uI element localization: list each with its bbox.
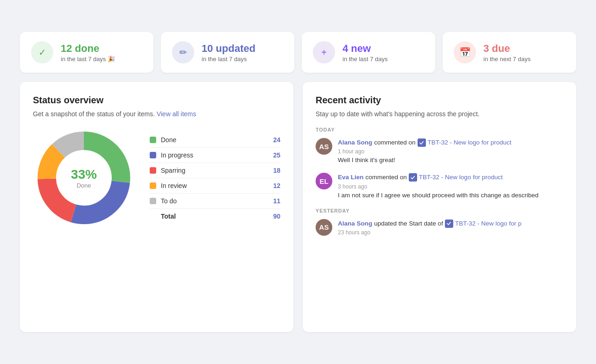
activity-time: 3 hours ago	[338, 183, 563, 190]
legend-total-row: Total 90	[150, 209, 280, 224]
stat-sub-updated: in the last 7 days	[202, 56, 255, 63]
legend-dot	[150, 167, 156, 174]
legend-total-text: Total	[161, 213, 176, 220]
activity-task-link[interactable]: TBT-32 - New logo for p	[455, 219, 521, 228]
activity-user[interactable]: Eva Lien	[338, 173, 364, 182]
panels-row: Status overview Get a snapshot of the st…	[20, 82, 576, 332]
avatar: AS	[316, 219, 332, 236]
stat-card-done: ✓ 12 done in the last 7 days 🎉	[20, 32, 153, 73]
stat-main-updated: 10 updated	[202, 43, 255, 55]
legend-label: Done	[161, 136, 176, 144]
activity-content: Alana Song commented on TBT-32 - New log…	[338, 138, 563, 163]
legend-left: In review	[150, 182, 187, 189]
legend-left: Sparring	[150, 167, 185, 174]
legend-dot	[150, 137, 156, 143]
legend-total-count: 90	[273, 213, 280, 220]
legend-dot	[150, 152, 156, 158]
legend-count: 18	[273, 167, 280, 174]
task-icon	[445, 220, 453, 228]
activity-item: AS Alana Song commented on TBT-32 - New …	[316, 138, 563, 163]
stat-sub-done: in the last 7 days 🎉	[61, 56, 115, 63]
legend-left: In progress	[150, 151, 193, 159]
legend-left: Done	[150, 136, 176, 144]
recent-activity-subtitle: Stay up to date with what's happening ac…	[316, 110, 563, 118]
legend-row: Sparring 18	[150, 163, 280, 178]
activity-line: Eva Lien commented on TBT-32 - New logo …	[338, 173, 563, 182]
legend-dot	[150, 182, 156, 189]
legend-count: 25	[273, 151, 280, 159]
stat-card-updated: ✏ 10 updated in the last 7 days	[161, 32, 294, 73]
legend-row: To do 11	[150, 194, 280, 209]
donut-chart: 33% Done	[33, 127, 135, 229]
legend-dot	[150, 198, 156, 204]
stat-icon-done: ✓	[31, 41, 53, 63]
legend-total-label: Total	[150, 213, 176, 220]
activity-task-link[interactable]: TBT-32 - New logo for product	[428, 138, 512, 147]
activity-action: updated the Start date of	[374, 219, 443, 228]
activity-section: TODAY AS Alana Song commented on TBT-32 …	[316, 127, 563, 236]
legend-row: In progress 25	[150, 148, 280, 163]
activity-action: commented on	[374, 138, 415, 147]
donut-center: 33% Done	[71, 167, 97, 189]
stat-main-new: 4 new	[342, 43, 388, 55]
activity-content: Alana Song updated the Start date of TBT…	[338, 219, 563, 236]
activity-user[interactable]: Alana Song	[338, 138, 372, 147]
dashboard: ✓ 12 done in the last 7 days 🎉 ✏ 10 upda…	[11, 23, 585, 341]
avatar: AS	[316, 138, 332, 155]
stat-icon-due: 📅	[454, 41, 476, 63]
legend-count: 24	[273, 136, 280, 144]
avatar: EL	[316, 173, 332, 189]
stat-icon-new: +	[313, 41, 335, 63]
activity-time: 23 hours ago	[338, 229, 563, 236]
activity-action: commented on	[366, 173, 407, 182]
chart-area: 33% Done Done 24 In progress 25 Sparring…	[33, 127, 280, 229]
stat-main-done: 12 done	[61, 43, 115, 55]
task-icon	[418, 138, 426, 147]
stat-sub-due: in the next 7 days	[483, 56, 531, 63]
stat-text-due: 3 due in the next 7 days	[483, 43, 531, 63]
stat-main-due: 3 due	[483, 43, 531, 55]
stat-text-updated: 10 updated in the last 7 days	[202, 43, 255, 63]
activity-user[interactable]: Alana Song	[338, 219, 372, 228]
donut-pct: 33%	[71, 167, 97, 182]
legend-total-dot	[150, 213, 156, 220]
legend-label: Sparring	[161, 167, 185, 174]
stat-card-due: 📅 3 due in the next 7 days	[443, 32, 576, 73]
stats-row: ✓ 12 done in the last 7 days 🎉 ✏ 10 upda…	[20, 32, 576, 73]
activity-day-label: YESTERDAY	[316, 208, 563, 213]
legend-label: To do	[161, 197, 177, 205]
activity-day-label: TODAY	[316, 127, 563, 132]
subtitle-text: Get a snapshot of the status of your ite…	[33, 110, 155, 118]
legend-left: To do	[150, 197, 177, 205]
activity-message: I am not sure if I agree we should proce…	[338, 192, 563, 199]
activity-item: AS Alana Song updated the Start date of …	[316, 219, 563, 236]
task-icon	[409, 173, 417, 182]
stat-icon-updated: ✏	[172, 41, 194, 63]
activity-line: Alana Song updated the Start date of TBT…	[338, 219, 563, 228]
status-overview-title: Status overview	[33, 95, 280, 106]
legend-label: In review	[161, 182, 187, 189]
legend-row: Done 24	[150, 132, 280, 148]
donut-label: Done	[71, 182, 97, 189]
status-overview-subtitle: Get a snapshot of the status of your ite…	[33, 110, 280, 118]
activity-task-link[interactable]: TBT-32 - New logo for product	[419, 173, 503, 182]
recent-activity-panel: Recent activity Stay up to date with wha…	[303, 82, 576, 332]
chart-legend: Done 24 In progress 25 Sparring 18 In re…	[150, 132, 280, 224]
activity-item: EL Eva Lien commented on TBT-32 - New lo…	[316, 173, 563, 198]
legend-count: 11	[273, 197, 280, 205]
legend-label: In progress	[161, 151, 193, 159]
activity-time: 1 hour ago	[338, 148, 563, 155]
legend-row: In review 12	[150, 178, 280, 194]
activity-content: Eva Lien commented on TBT-32 - New logo …	[338, 173, 563, 198]
activity-message: Well I think it's great!	[338, 157, 563, 163]
activity-line: Alana Song commented on TBT-32 - New log…	[338, 138, 563, 147]
view-all-link[interactable]: View all items	[157, 110, 196, 118]
recent-activity-title: Recent activity	[316, 95, 563, 106]
status-overview-panel: Status overview Get a snapshot of the st…	[20, 82, 293, 332]
legend-count: 12	[273, 182, 280, 189]
stat-sub-new: in the last 7 days	[342, 56, 388, 63]
stat-card-new: + 4 new in the last 7 days	[302, 32, 435, 73]
stat-text-new: 4 new in the last 7 days	[342, 43, 388, 63]
stat-text-done: 12 done in the last 7 days 🎉	[61, 43, 115, 63]
